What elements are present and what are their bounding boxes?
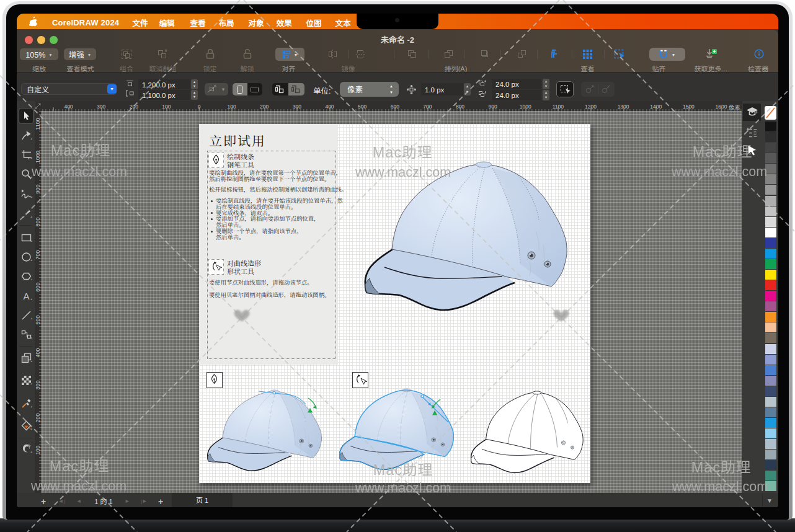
svg-text:A: A bbox=[23, 291, 29, 301]
